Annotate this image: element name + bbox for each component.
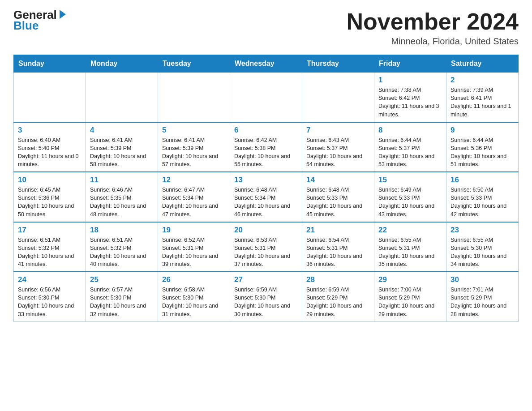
day-number: 21 [306,226,370,235]
calendar-cell: 9Sunrise: 6:44 AM Sunset: 5:36 PM Daylig… [446,122,519,172]
day-of-week-header: Thursday [302,55,374,73]
day-of-week-header: Saturday [446,55,519,73]
calendar-cell: 12Sunrise: 6:47 AM Sunset: 5:34 PM Dayli… [158,172,230,222]
calendar-cell: 8Sunrise: 6:44 AM Sunset: 5:37 PM Daylig… [374,122,446,172]
logo-blue-text: Blue [13,19,39,33]
day-info: Sunrise: 6:40 AM Sunset: 5:40 PM Dayligh… [18,136,82,169]
day-number: 11 [90,176,154,184]
day-number: 3 [18,126,82,135]
calendar-cell: 27Sunrise: 6:59 AM Sunset: 5:30 PM Dayli… [230,272,302,321]
calendar-cell: 5Sunrise: 6:41 AM Sunset: 5:39 PM Daylig… [158,122,230,172]
day-number: 26 [162,275,226,284]
calendar-week-row: 10Sunrise: 6:45 AM Sunset: 5:36 PM Dayli… [14,172,519,222]
day-number: 17 [18,226,82,235]
day-info: Sunrise: 6:48 AM Sunset: 5:33 PM Dayligh… [306,186,370,218]
day-number: 14 [306,176,370,184]
calendar-week-row: 3Sunrise: 6:40 AM Sunset: 5:40 PM Daylig… [14,122,519,172]
day-info: Sunrise: 6:44 AM Sunset: 5:37 PM Dayligh… [378,136,442,169]
day-info: Sunrise: 6:51 AM Sunset: 5:32 PM Dayligh… [18,236,82,269]
calendar-cell: 15Sunrise: 6:49 AM Sunset: 5:33 PM Dayli… [374,172,446,222]
calendar-cell: 3Sunrise: 6:40 AM Sunset: 5:40 PM Daylig… [14,122,86,172]
day-info: Sunrise: 6:52 AM Sunset: 5:31 PM Dayligh… [162,236,226,269]
calendar-cell: 29Sunrise: 7:00 AM Sunset: 5:29 PM Dayli… [374,272,446,321]
day-info: Sunrise: 6:58 AM Sunset: 5:30 PM Dayligh… [162,286,226,318]
day-number: 2 [450,76,514,85]
day-number: 15 [378,176,442,184]
calendar-cell: 24Sunrise: 6:56 AM Sunset: 5:30 PM Dayli… [14,272,86,321]
calendar-cell: 25Sunrise: 6:57 AM Sunset: 5:30 PM Dayli… [86,272,158,321]
calendar-subtitle: Minneola, Florida, United States [347,36,519,47]
day-number: 27 [234,275,298,284]
day-number: 16 [450,176,514,184]
day-info: Sunrise: 6:45 AM Sunset: 5:36 PM Dayligh… [18,186,82,218]
day-number: 30 [450,275,514,284]
calendar-cell: 20Sunrise: 6:53 AM Sunset: 5:31 PM Dayli… [230,222,302,272]
day-number: 24 [18,275,82,284]
day-info: Sunrise: 6:50 AM Sunset: 5:33 PM Dayligh… [450,186,514,218]
day-info: Sunrise: 7:38 AM Sunset: 6:42 PM Dayligh… [378,86,442,119]
calendar-cell: 7Sunrise: 6:43 AM Sunset: 5:37 PM Daylig… [302,122,374,172]
day-info: Sunrise: 6:46 AM Sunset: 5:35 PM Dayligh… [90,186,154,218]
calendar-cell [230,73,302,122]
day-info: Sunrise: 6:42 AM Sunset: 5:38 PM Dayligh… [234,136,298,169]
calendar-cell [302,73,374,122]
day-number: 8 [378,126,442,135]
day-number: 23 [450,226,514,235]
calendar-title: November 2024 [347,9,519,34]
logo-arrow-icon [60,10,66,19]
day-number: 19 [162,226,226,235]
day-info: Sunrise: 6:53 AM Sunset: 5:31 PM Dayligh… [234,236,298,269]
calendar-cell: 23Sunrise: 6:55 AM Sunset: 5:30 PM Dayli… [446,222,519,272]
calendar-cell [14,73,86,122]
day-number: 12 [162,176,226,184]
day-number: 13 [234,176,298,184]
day-info: Sunrise: 6:51 AM Sunset: 5:32 PM Dayligh… [90,236,154,269]
day-of-week-header: Sunday [14,55,86,73]
day-info: Sunrise: 6:41 AM Sunset: 5:39 PM Dayligh… [162,136,226,169]
day-info: Sunrise: 6:47 AM Sunset: 5:34 PM Dayligh… [162,186,226,218]
title-block: November 2024 Minneola, Florida, United … [347,9,519,47]
day-number: 6 [234,126,298,135]
day-number: 25 [90,275,154,284]
page-header: General Blue November 2024 Minneola, Flo… [13,9,519,47]
day-of-week-header: Monday [86,55,158,73]
day-number: 20 [234,226,298,235]
calendar-cell: 18Sunrise: 6:51 AM Sunset: 5:32 PM Dayli… [86,222,158,272]
calendar-week-row: 24Sunrise: 6:56 AM Sunset: 5:30 PM Dayli… [14,272,519,321]
calendar-cell: 16Sunrise: 6:50 AM Sunset: 5:33 PM Dayli… [446,172,519,222]
day-info: Sunrise: 6:55 AM Sunset: 5:31 PM Dayligh… [378,236,442,269]
day-info: Sunrise: 6:48 AM Sunset: 5:34 PM Dayligh… [234,186,298,218]
day-of-week-header: Tuesday [158,55,230,73]
calendar-cell [86,73,158,122]
day-info: Sunrise: 6:57 AM Sunset: 5:30 PM Dayligh… [90,286,154,318]
calendar-cell: 10Sunrise: 6:45 AM Sunset: 5:36 PM Dayli… [14,172,86,222]
logo: General Blue [13,9,66,33]
calendar-cell: 6Sunrise: 6:42 AM Sunset: 5:38 PM Daylig… [230,122,302,172]
day-number: 18 [90,226,154,235]
calendar-table: SundayMondayTuesdayWednesdayThursdayFrid… [13,55,519,322]
day-number: 10 [18,176,82,184]
calendar-cell: 13Sunrise: 6:48 AM Sunset: 5:34 PM Dayli… [230,172,302,222]
day-info: Sunrise: 6:54 AM Sunset: 5:31 PM Dayligh… [306,236,370,269]
calendar-cell: 4Sunrise: 6:41 AM Sunset: 5:39 PM Daylig… [86,122,158,172]
day-info: Sunrise: 6:44 AM Sunset: 5:36 PM Dayligh… [450,136,514,169]
day-number: 9 [450,126,514,135]
calendar-cell: 19Sunrise: 6:52 AM Sunset: 5:31 PM Dayli… [158,222,230,272]
day-info: Sunrise: 6:41 AM Sunset: 5:39 PM Dayligh… [90,136,154,169]
day-info: Sunrise: 6:59 AM Sunset: 5:30 PM Dayligh… [234,286,298,318]
day-info: Sunrise: 7:01 AM Sunset: 5:29 PM Dayligh… [450,286,514,318]
day-info: Sunrise: 7:39 AM Sunset: 6:41 PM Dayligh… [450,86,514,119]
day-of-week-header: Friday [374,55,446,73]
day-number: 4 [90,126,154,135]
day-number: 29 [378,275,442,284]
calendar-header-row: SundayMondayTuesdayWednesdayThursdayFrid… [14,55,519,73]
day-info: Sunrise: 6:56 AM Sunset: 5:30 PM Dayligh… [18,286,82,318]
calendar-cell: 26Sunrise: 6:58 AM Sunset: 5:30 PM Dayli… [158,272,230,321]
calendar-cell: 17Sunrise: 6:51 AM Sunset: 5:32 PM Dayli… [14,222,86,272]
day-info: Sunrise: 6:59 AM Sunset: 5:29 PM Dayligh… [306,286,370,318]
calendar-cell: 21Sunrise: 6:54 AM Sunset: 5:31 PM Dayli… [302,222,374,272]
day-number: 7 [306,126,370,135]
calendar-cell: 2Sunrise: 7:39 AM Sunset: 6:41 PM Daylig… [446,73,519,122]
day-number: 22 [378,226,442,235]
day-number: 1 [378,76,442,85]
